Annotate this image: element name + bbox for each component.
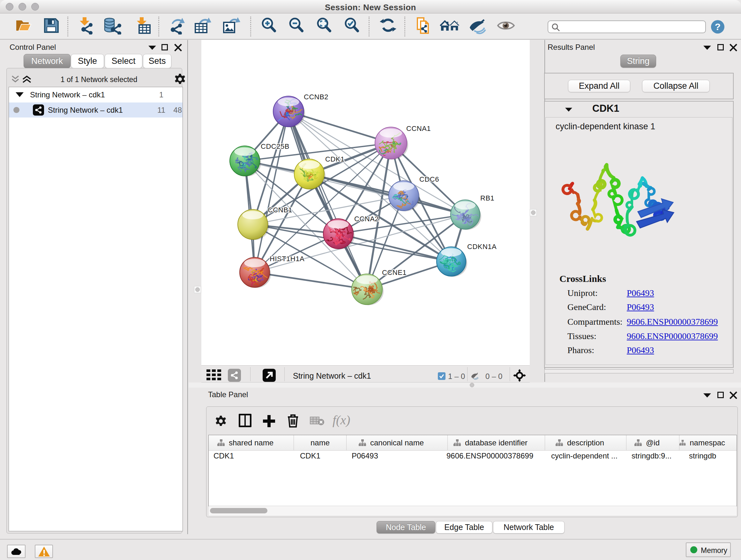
- svg-text:CCNA2: CCNA2: [354, 215, 379, 223]
- svg-text:CCNB2: CCNB2: [304, 93, 328, 101]
- svg-text:CDC6: CDC6: [419, 175, 439, 183]
- svg-text:CDK1: CDK1: [325, 155, 345, 163]
- svg-text:HIST1H1A: HIST1H1A: [270, 255, 305, 263]
- svg-text:CDC25B: CDC25B: [261, 142, 289, 150]
- svg-text:RB1: RB1: [480, 194, 494, 202]
- svg-text:CDKN1A: CDKN1A: [467, 243, 496, 251]
- svg-text:CCNB1: CCNB1: [268, 206, 292, 214]
- svg-text:CCNE1: CCNE1: [382, 268, 407, 276]
- svg-text:CCNA1: CCNA1: [406, 125, 431, 132]
